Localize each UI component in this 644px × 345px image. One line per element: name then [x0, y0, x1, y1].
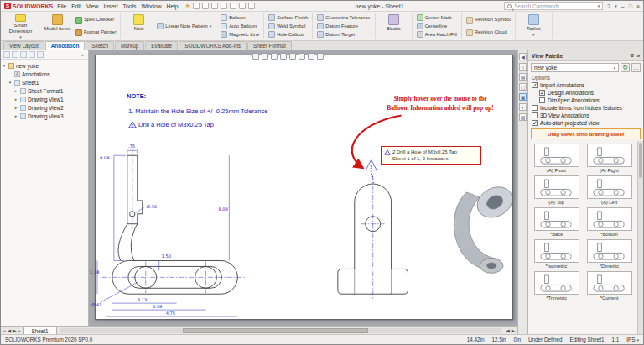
checkbox[interactable] [539, 90, 545, 96]
hole-callout-button[interactable]: Hole Callout [267, 31, 309, 38]
tab-solidworks-addins[interactable]: SOLIDWORKS Add-Ins [179, 41, 247, 50]
note-line2[interactable]: 2 Drill a Hole of M3x0.25 Tap [128, 121, 214, 128]
hide-show-items-icon[interactable] [308, 53, 314, 60]
tab-markup[interactable]: Markup [115, 41, 144, 50]
view-thumbnail-trimetric[interactable]: *Trimetric [531, 271, 582, 301]
custom-properties-icon[interactable]: ▧ [519, 113, 527, 121]
menu-window[interactable]: Window [141, 3, 161, 9]
edit-appearance-icon[interactable] [317, 53, 324, 60]
sheet-tab-sheet1[interactable]: Sheet1 [23, 327, 57, 334]
save-icon[interactable] [211, 3, 218, 9]
view-thumbnail-left[interactable]: (A) Left [584, 175, 635, 205]
tree-item-sheet1[interactable]: ▾ Sheet1 [2, 78, 87, 86]
model-items-button[interactable]: Model Items [42, 13, 73, 39]
expand-arrow-icon[interactable]: ▸ [13, 88, 18, 93]
option-import-annotations[interactable]: Import Annotations [528, 81, 643, 89]
side-view[interactable] [338, 184, 408, 294]
surface-finish-button[interactable]: Surface Finish [267, 14, 309, 21]
weld-symbol-button[interactable]: Weld Symbol [267, 23, 309, 29]
tree-item-annotations[interactable]: A Annotations [2, 70, 87, 78]
format-painter-button[interactable]: Format Painter [74, 29, 117, 36]
help-button[interactable]: ? [607, 3, 610, 9]
next-sheet-icon[interactable]: ▶ [13, 328, 16, 333]
solidworks-resources-icon[interactable]: ⌂ [519, 63, 527, 71]
expand-arrow-icon[interactable]: ▸ [13, 105, 18, 110]
window-maximize-button[interactable]: □ [629, 3, 632, 9]
geometric-tolerance-button[interactable]: Geometric Tolerance [315, 14, 371, 21]
tab-view-layout[interactable]: View Layout [3, 41, 44, 50]
command-search[interactable]: ▾ [504, 2, 603, 10]
option-dimxpert-annotations[interactable]: DimXpert Annotations [528, 97, 643, 104]
collapse-arrow-icon[interactable]: ▾ [2, 63, 7, 68]
print-icon[interactable] [221, 3, 227, 9]
section-view-icon[interactable] [280, 53, 287, 60]
view-thumbnail-top[interactable]: (A) Top [531, 175, 582, 205]
option-include-hidden-features[interactable]: Include items from hidden features [528, 104, 643, 112]
note-title[interactable]: NOTE: [127, 92, 146, 100]
drawing-canvas[interactable]: 9.08 .75 8.08 Ø.50 1.50 Ø.41 1.38 3.13 3… [89, 50, 517, 326]
revision-symbol-button[interactable]: Revision Symbol [465, 17, 512, 24]
datum-feature-button[interactable]: Datum Feature [315, 23, 371, 29]
auto-balloon-button[interactable]: Auto Balloon [219, 23, 261, 29]
view-thumbnail-dimetric[interactable]: *Dimetric [584, 239, 635, 269]
displaymanager-tab-icon[interactable] [37, 51, 44, 58]
undo-icon[interactable] [230, 3, 236, 9]
browse-button[interactable]: … [631, 63, 641, 72]
first-sheet-icon[interactable]: « [3, 328, 6, 333]
menu-tools[interactable]: Tools [123, 3, 137, 9]
view-thumbnail-bottom[interactable]: *Bottom [584, 207, 635, 237]
menu-insert[interactable]: Insert [104, 3, 118, 9]
close-panel-icon[interactable]: » [636, 53, 640, 59]
previous-sheet-icon[interactable]: ◀ [8, 328, 11, 333]
checkbox[interactable] [532, 120, 538, 126]
pin-icon[interactable]: ⊙ [630, 52, 634, 59]
tree-item-drawing-view1[interactable]: ▸ Drawing View1 [2, 95, 87, 103]
zoom-fit-icon[interactable] [252, 53, 259, 60]
scroll-right-icon[interactable]: ▶ [512, 328, 515, 333]
front-view-dimensions[interactable]: 9.08 .75 8.08 Ø.50 1.50 Ø.41 1.38 3.13 3… [90, 144, 228, 316]
note-line1[interactable]: 1. Maintain the Hole Size of +/- 0.25mm … [128, 107, 267, 115]
panel-flyout-arrow-icon[interactable]: ▸ [80, 52, 86, 57]
window-minimize-button[interactable]: – [621, 3, 625, 9]
isometric-view[interactable] [454, 181, 517, 274]
favorites-star-icon[interactable]: ★ [185, 3, 190, 9]
tab-sketch[interactable]: Sketch [86, 41, 114, 50]
appearances-icon[interactable]: ◐ [519, 103, 527, 111]
spell-checker-button[interactable]: Spell Checker [74, 17, 117, 24]
view-thumbnail-current[interactable]: *Current [584, 271, 635, 301]
collapse-arrow-icon[interactable]: ▾ [8, 80, 13, 85]
view-thumbnail-front[interactable]: (A) Front [531, 144, 582, 173]
previous-view-icon[interactable] [271, 53, 278, 60]
area-hatch-fill-button[interactable]: Area Hatch/Fill [415, 31, 459, 38]
propertymanager-tab-icon[interactable] [12, 51, 18, 58]
checkbox[interactable] [539, 97, 545, 103]
menu-view[interactable]: View [86, 3, 99, 9]
balloon[interactable] [366, 159, 377, 183]
window-close-button[interactable]: × [636, 3, 640, 9]
last-sheet-icon[interactable]: » [18, 328, 21, 333]
expand-arrow-icon[interactable]: ▸ [13, 97, 18, 102]
tree-item-sheet-format1[interactable]: ▸ Sheet Format1 [2, 86, 87, 95]
tree-item-root[interactable]: ▾ new yoke [2, 61, 87, 70]
horizontal-scrollbar[interactable] [60, 328, 501, 333]
tab-annotation[interactable]: Annotation [45, 41, 86, 50]
expand-arrow-icon[interactable]: ▸ [13, 113, 18, 118]
centerline-button[interactable]: Centerline [415, 23, 459, 29]
tables-button[interactable]: Tables ▾ [518, 13, 549, 39]
datum-target-button[interactable]: Datum Target [315, 31, 371, 38]
checkbox[interactable] [532, 82, 538, 88]
option-3d-view-annotations[interactable]: 3D View Annotations [528, 112, 643, 119]
blocks-button[interactable]: Blocks [378, 13, 409, 39]
document-select[interactable]: new yoke ▾ [531, 63, 619, 72]
tree-item-drawing-view2[interactable]: ▸ Drawing View2 [2, 103, 87, 112]
view-orientation-icon[interactable] [289, 53, 296, 60]
revision-cloud-button[interactable]: Revision Cloud [465, 29, 512, 36]
featuremanager-tab-icon[interactable] [3, 51, 10, 58]
scrollbar-thumb[interactable] [639, 143, 642, 178]
view-thumbnail-back[interactable]: *Back [531, 207, 582, 237]
search-input[interactable] [514, 3, 595, 9]
palette-scrollbar[interactable] [637, 141, 643, 334]
menu-edit[interactable]: Edit [71, 3, 81, 9]
note-button[interactable]: Note [123, 13, 154, 39]
display-style-icon[interactable] [299, 53, 305, 60]
